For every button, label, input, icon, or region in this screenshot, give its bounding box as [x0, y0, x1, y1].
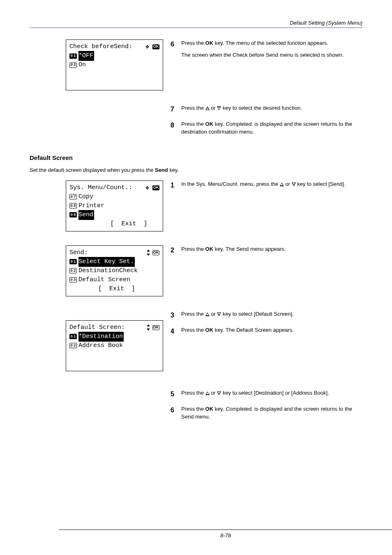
section-intro: Set the default screen displayed when yo…: [30, 167, 362, 173]
lcd-send: Send: OK 0 1Select Key Set. 0 2Destinati…: [66, 245, 163, 296]
down-arrow-icon: [292, 183, 296, 186]
lcd4-opt2-num: 0 2: [69, 343, 77, 348]
lcd-check-before-send: Check beforeSend: OK 0 1*OFF 0 2On: [66, 39, 163, 90]
lcd3-opt1-label: Select Key Set.: [78, 257, 135, 267]
lcd4-opt1-label: *Destination: [78, 332, 124, 342]
lcd3-opt1-num: 0 1: [69, 259, 77, 264]
lcd3-opt2-label: DestinationCheck: [78, 266, 138, 276]
lcd2-opt2-num: 0 8: [69, 203, 77, 208]
step-6b: 6 Press the OK key. Completed. is displa…: [171, 405, 362, 421]
lcd2-opt1-label: Copy: [78, 192, 93, 202]
step-5b: 5 Press the or key to select [Destinatio…: [171, 389, 362, 399]
step-1b: 1 In the Sys. Menu/Count. menu, press th…: [171, 180, 362, 190]
lcd4-opt2-label: Address Book: [78, 341, 123, 351]
lcd2-opt3-num: 0 9: [69, 212, 77, 217]
page-footer: 8-78: [59, 530, 392, 539]
step-8a: 8 Press the OK key. Completed. is displa…: [171, 120, 362, 136]
lcd-default-screen: Default Screen: OK 0 1*Destination 0 2Ad…: [66, 320, 163, 371]
lcd4-title: Default Screen:: [69, 323, 125, 333]
up-arrow-icon: [205, 312, 210, 316]
lcd3-opt3-num: 0 3: [69, 277, 77, 282]
lcd3-title: Send:: [69, 248, 88, 258]
lcd1-title: Check beforeSend:: [69, 42, 132, 52]
header-title: Default Setting (System Menu): [30, 20, 362, 26]
lcd3-opt3-label: Default Screen: [78, 275, 130, 285]
lcd2-opt1-num: 0 7: [69, 194, 77, 199]
lcd2-exit: [ Exit ]: [110, 220, 147, 229]
up-arrow-icon: [205, 106, 210, 110]
down-arrow-icon: [217, 106, 221, 110]
lcd1-opt1-label: *OFF: [78, 51, 94, 61]
up-arrow-icon: [205, 391, 210, 395]
ok-icon: OK: [152, 185, 159, 190]
down-arrow-icon: [217, 312, 221, 316]
nav-diamond-icon: [145, 44, 151, 50]
nav-diamond-icon: [145, 185, 151, 191]
lcd2-title: Sys. Menu/Count.:: [69, 183, 132, 193]
lcd-sys-menu: Sys. Menu/Count.: OK 0 7Copy 0 8Printer …: [66, 180, 163, 231]
step-6a: 6 Press the OK key. The menu of the sele…: [171, 39, 362, 59]
block-1: Check beforeSend: OK 0 1*OFF 0 2On 6 Pre…: [30, 39, 362, 100]
down-arrow-icon: [217, 391, 221, 395]
nav-updown-icon: [146, 250, 151, 256]
step-4b: 4 Press the OK key. The Default Screen a…: [171, 326, 362, 336]
ok-icon: OK: [152, 44, 159, 49]
lcd2-opt3-label: Send: [78, 210, 94, 220]
ok-outline-icon: OK: [152, 325, 159, 330]
step-7a: 7 Press the or key to select the desired…: [171, 104, 362, 114]
lcd2-opt2-label: Printer: [78, 201, 104, 211]
lcd3-opt2-num: 0 2: [69, 268, 77, 273]
step-2b: 2 Press the OK key. The Send menu appear…: [171, 245, 362, 255]
lcd1-opt2-label: On: [78, 60, 86, 70]
section-heading: Default Screen: [30, 154, 362, 161]
lcd1-opt1-num: 0 1: [69, 53, 77, 59]
nav-updown-icon: [146, 325, 151, 331]
lcd3-exit: [ Exit ]: [98, 284, 135, 294]
ok-outline-icon: OK: [152, 250, 159, 255]
step-3b: 3 Press the or key to select [Default Sc…: [171, 310, 362, 320]
page-header: Default Setting (System Menu): [30, 20, 362, 28]
lcd1-opt2-num: 0 2: [69, 62, 77, 68]
up-arrow-icon: [280, 183, 284, 186]
lcd4-opt1-num: 0 1: [69, 334, 77, 339]
